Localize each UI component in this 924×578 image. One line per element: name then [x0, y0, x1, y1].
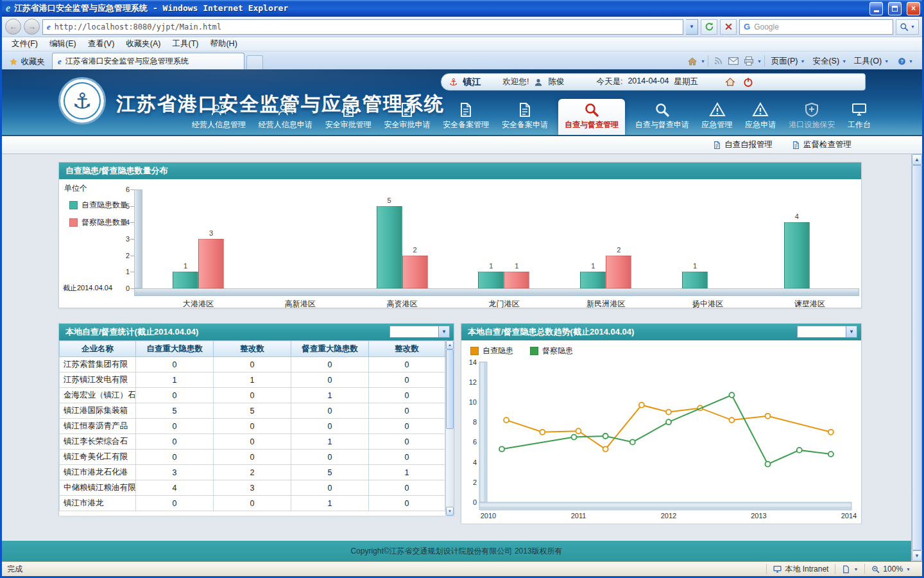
value-cell: 0	[291, 450, 369, 465]
value-cell: 1	[291, 388, 369, 403]
nav-item-operator-info-apply[interactable]: 经营人信息申请	[256, 100, 315, 135]
table-row[interactable]: 镇江李长荣综合石0010	[60, 434, 445, 450]
bar-value-label: 2	[606, 246, 631, 254]
nav-item-label: 安全备案管理	[443, 119, 489, 130]
page-scrollbar[interactable]: ▲ ▼	[911, 154, 922, 561]
nav-item-port-facility-security[interactable]: 港口设施保安	[786, 100, 837, 135]
table-row[interactable]: 镇江港国际集装箱5500	[60, 403, 445, 419]
page-scrollbar-thumb[interactable]	[912, 165, 922, 550]
nav-item-safety-approval-mgmt[interactable]: 安全审批管理	[323, 100, 374, 135]
stop-button[interactable]	[720, 19, 737, 35]
bar-self-check	[682, 272, 708, 288]
mode-indicator[interactable]: ▼	[835, 564, 864, 574]
page-favicon-icon: e	[47, 22, 51, 32]
tabs-bar: ★ 收藏夹 e 江苏省港口安全监管与应急管理系统 ▼ ▼ 页面(P) ▼安全(S…	[2, 51, 922, 69]
doc-icon	[792, 141, 800, 150]
table-row[interactable]: 镇江市港龙0010	[60, 496, 445, 511]
y-axis-tick	[130, 256, 134, 256]
command-button-1[interactable]: 安全(S) ▼	[809, 54, 850, 68]
nav-item-safety-record-apply[interactable]: 安全备案申请	[499, 100, 551, 135]
minimize-button[interactable]	[869, 2, 883, 15]
value-cell: 1	[214, 372, 291, 388]
y-axis-tick-label: 2	[114, 252, 130, 259]
help-button[interactable]: ? ▼	[894, 54, 917, 68]
menu-item-1[interactable]: 编辑(E)	[44, 37, 82, 51]
trend-filter-select[interactable]: ▼	[797, 326, 857, 338]
read-mail-button[interactable]	[726, 54, 740, 68]
nav-item-emergency-apply[interactable]: 应急申请	[742, 100, 778, 135]
submenu-item-supervision-check-mgmt[interactable]: 监督检查管理	[792, 139, 851, 150]
anchor-emblem-icon: ⚓	[73, 88, 92, 114]
close-button[interactable]: ×	[907, 2, 920, 15]
search-button[interactable]: ▼	[896, 19, 919, 35]
maximize-button[interactable]	[888, 2, 902, 15]
table-row[interactable]: 江苏镇江发电有限1100	[60, 372, 445, 388]
zoom-control[interactable]: 100% ▼	[864, 564, 917, 574]
back-button[interactable]: ←	[5, 19, 21, 35]
table-row[interactable]: 中储粮镇江粮油有限4300	[60, 480, 445, 496]
submenu-item-self-check-report-mgmt[interactable]: 自查自报管理	[713, 139, 773, 150]
address-dropdown-button[interactable]: ▼	[686, 19, 698, 35]
table-row[interactable]: 镇江恒泰沥青产品0000	[60, 419, 445, 434]
nav-item-emergency-mgmt[interactable]: 应急管理	[699, 100, 735, 135]
table-scrollbar-thumb[interactable]	[446, 349, 454, 429]
company-name-cell: 镇江市港龙石化港	[60, 465, 136, 480]
table-scroll-up-button[interactable]: ▲	[446, 340, 454, 349]
y-axis-tick	[130, 239, 134, 240]
status-text: 完成	[7, 564, 22, 575]
home-dropdown-icon[interactable]: ▼	[701, 59, 705, 64]
nav-item-safety-record-mgmt[interactable]: 安全备案管理	[440, 100, 492, 135]
table-row[interactable]: 镇江奇美化工有限0000	[60, 450, 445, 465]
anchor-icon: ⚓	[449, 76, 458, 88]
menu-item-2[interactable]: 查看(V)	[82, 37, 121, 51]
print-dropdown-icon[interactable]: ▼	[757, 59, 762, 64]
value-cell: 5	[291, 465, 369, 480]
nav-item-operator-info-mgmt[interactable]: 经营人信息管理	[189, 100, 248, 135]
menu-item-4[interactable]: 工具(T)	[166, 37, 204, 51]
bar-value-label: 5	[377, 197, 402, 204]
quick-tabs-stub[interactable]	[246, 55, 263, 69]
menu-item-0[interactable]: 文件(F)	[6, 37, 44, 51]
command-button-0[interactable]: 页面(P) ▼	[767, 54, 809, 68]
bar-self-check	[784, 222, 810, 288]
value-cell: 1	[291, 496, 369, 511]
logout-icon[interactable]	[743, 77, 753, 87]
nav-item-self-check-supervision-apply[interactable]: 自查与督查申请	[633, 100, 692, 135]
value-cell: 0	[291, 419, 369, 434]
refresh-button[interactable]	[701, 19, 717, 35]
home-button[interactable]	[685, 54, 699, 68]
table-row[interactable]: 江苏索普集团有限0000	[60, 357, 445, 372]
date-text: 今天是:2014-04-04星期五	[596, 76, 697, 87]
menu-item-3[interactable]: 收藏夹(A)	[120, 37, 166, 51]
line-chart-svg: 0246810121420102011201220132014	[461, 340, 861, 523]
line-chart: 自查隐患督察隐患 0246810121420102011201220132014	[461, 340, 861, 523]
table-scroll-down-button[interactable]: ▼	[446, 507, 454, 516]
nav-item-safety-approval-apply[interactable]: 安全审批申请	[381, 100, 432, 135]
nav-item-workbench[interactable]: 工作台	[845, 100, 873, 135]
print-button[interactable]	[742, 54, 756, 68]
forward-button[interactable]: →	[24, 19, 40, 35]
table-row[interactable]: 金海宏业（镇江）石0010	[60, 388, 445, 403]
home-shortcut-icon[interactable]	[725, 77, 735, 87]
scroll-up-button[interactable]: ▲	[912, 154, 922, 165]
search-box[interactable]: G Google	[739, 19, 893, 35]
users-icon	[277, 102, 294, 118]
table-row[interactable]: 镇江市港龙石化港3251	[60, 465, 445, 480]
address-bar[interactable]: e http://localhost:8080/yjpt/Main.html	[42, 19, 683, 35]
stats-filter-select[interactable]: ▼	[389, 326, 450, 338]
browser-tab[interactable]: e 江苏省港口安全监管与应急管理系统	[52, 53, 244, 69]
x-axis-category-label: 大港港区	[148, 299, 249, 310]
scroll-down-button[interactable]: ▼	[912, 550, 922, 561]
command-button-2[interactable]: 工具(O) ▼	[850, 54, 893, 68]
value-cell: 0	[214, 388, 291, 403]
bar-self-check	[377, 206, 402, 289]
menu-item-5[interactable]: 帮助(H)	[204, 37, 243, 51]
favorites-button[interactable]: ★ 收藏夹	[4, 54, 50, 69]
table-scrollbar[interactable]: ▲ ▼	[445, 340, 454, 516]
svg-text:2011: 2011	[571, 512, 586, 520]
nav-item-self-check-supervision-mgmt[interactable]: 自查与督查管理	[558, 99, 625, 135]
page-lower: 自查隐患/督查隐患数量分布 单位个 自查隐患数量督察隐患数量 截止2014.04…	[2, 154, 922, 561]
feed-button[interactable]	[711, 54, 725, 68]
company-name-cell: 镇江奇美化工有限	[60, 450, 136, 465]
legend-swatch	[530, 347, 538, 355]
